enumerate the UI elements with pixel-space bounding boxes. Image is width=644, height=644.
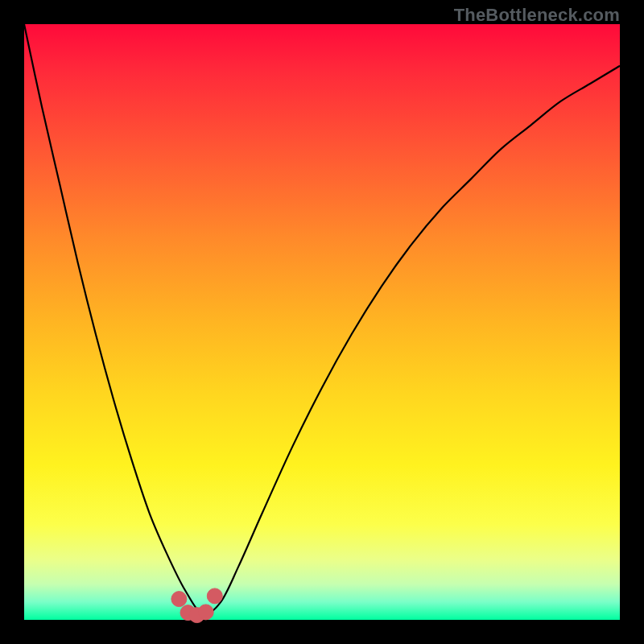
watermark-text: TheBottleneck.com: [454, 5, 620, 26]
bottleneck-curve: [24, 24, 620, 614]
trough-markers: [171, 588, 222, 623]
trough-marker: [198, 605, 213, 620]
bottleneck-curve-svg: [24, 24, 620, 620]
trough-marker: [171, 592, 187, 607]
chart-plot-area: [24, 24, 620, 620]
trough-marker: [207, 588, 222, 604]
